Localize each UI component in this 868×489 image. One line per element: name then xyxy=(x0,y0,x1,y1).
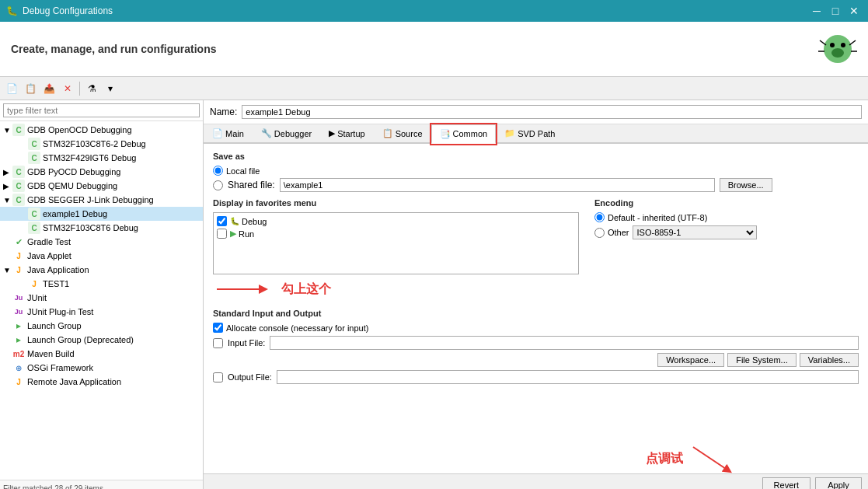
revert-button[interactable]: Revert xyxy=(762,477,810,489)
svd-icon: 📁 xyxy=(504,128,515,138)
duplicate-button[interactable]: 📋 xyxy=(22,80,39,97)
tree-label: TEST1 xyxy=(43,279,69,288)
gdb-pyocd-icon: C xyxy=(12,166,25,178)
tree-item-osgi[interactable]: ⊕ OSGi Framework xyxy=(0,361,203,375)
tree-item-launch-group-dep[interactable]: ▸ Launch Group (Deprecated) xyxy=(0,333,203,347)
encoding-other-label: Other xyxy=(608,228,629,237)
tree-item-java-applet[interactable]: J Java Applet xyxy=(0,249,203,263)
tree-toggle[interactable]: ▶ xyxy=(3,182,12,190)
filesystem-button[interactable]: File System... xyxy=(727,353,797,367)
filter-status: Filter matched 28 of 29 items xyxy=(3,484,103,489)
close-button[interactable]: ✕ xyxy=(846,3,862,19)
fav-run-checkbox[interactable] xyxy=(217,229,227,239)
tree-item-remote-java[interactable]: J Remote Java Application xyxy=(0,375,203,389)
tree-item-gdb-openocd[interactable]: ▼ C GDB OpenOCD Debugging xyxy=(0,123,203,137)
tree-toggle[interactable]: ▼ xyxy=(3,196,12,204)
save-as-label: Save as xyxy=(213,152,859,161)
tree-label: GDB SEGGER J-Link Debugging xyxy=(27,195,154,204)
dropdown-button[interactable]: ▾ xyxy=(102,80,119,97)
shared-file-input[interactable] xyxy=(280,178,715,192)
output-file-input[interactable] xyxy=(277,370,859,384)
allocate-console-checkbox[interactable] xyxy=(213,323,223,333)
tab-debugger[interactable]: 🔧 Debugger xyxy=(253,124,320,142)
favorites-box: 🐛 Debug ▶ Run xyxy=(213,212,579,274)
fav-debug-checkbox[interactable] xyxy=(217,216,227,226)
tree-item-stm32-jlink[interactable]: C STM32F103C8T6 Debug xyxy=(0,221,203,235)
tree-item-gdb-segger[interactable]: ▼ C GDB SEGGER J-Link Debugging xyxy=(0,193,203,207)
tree-item-launch-group[interactable]: ▸ Launch Group xyxy=(0,319,203,333)
shared-file-radio[interactable] xyxy=(213,180,223,190)
annotation-check-text: 勾上这个 xyxy=(281,281,331,298)
tree-item-java-app[interactable]: ▼ J Java Application xyxy=(0,263,203,277)
encoding-select[interactable]: ISO-8859-1 UTF-8 US-ASCII xyxy=(633,225,757,239)
filter-button[interactable]: ⚗ xyxy=(83,80,100,97)
tree-item-stm32f103-2[interactable]: C STM32F103C8T6-2 Debug xyxy=(0,137,203,151)
name-input[interactable] xyxy=(242,105,862,119)
svg-line-9 xyxy=(693,447,728,470)
tree-item-gdb-qemu[interactable]: ▶ C GDB QEMU Debugging xyxy=(0,179,203,193)
tab-main[interactable]: 📄 Main xyxy=(204,124,253,142)
tab-bar: 📄 Main 🔧 Debugger ▶ Startup 📋 Source 📑 C… xyxy=(204,124,868,144)
svg-point-3 xyxy=(831,48,844,58)
osgi-icon: ⊕ xyxy=(12,362,25,374)
tree-label: Remote Java Application xyxy=(27,377,121,386)
apply-button[interactable]: Apply xyxy=(815,477,862,489)
tab-svd-path[interactable]: 📁 SVD Path xyxy=(496,124,563,142)
filter-input[interactable] xyxy=(3,103,200,117)
export-button[interactable]: 📤 xyxy=(40,80,58,97)
encoding-default-radio[interactable] xyxy=(594,212,605,222)
fav-run-item: ▶ Run xyxy=(217,229,575,239)
main-icon: 📄 xyxy=(212,128,223,138)
tree-label: Launch Group xyxy=(27,321,82,330)
variables-button[interactable]: Variables... xyxy=(800,353,859,367)
workspace-button[interactable]: Workspace... xyxy=(657,353,724,367)
io-button-row: Workspace... File System... Variables... xyxy=(213,353,859,367)
tree-item-stm32f429[interactable]: C STM32F429IGT6 Debug xyxy=(0,151,203,165)
tree-toggle[interactable]: ▼ xyxy=(3,266,12,274)
maximize-button[interactable]: □ xyxy=(828,3,843,19)
right-panel: Name: 📄 Main 🔧 Debugger ▶ Startup 📋 Sour… xyxy=(204,100,868,489)
page-title: Create, manage, and run configurations xyxy=(11,43,217,55)
tree-toggle[interactable]: ▶ xyxy=(3,168,12,176)
input-file-input[interactable] xyxy=(270,336,859,350)
input-file-checkbox[interactable] xyxy=(213,338,223,348)
window-title: Debug Configurations xyxy=(23,5,113,16)
tree-item-junit-plugin[interactable]: Ju JUnit Plug-in Test xyxy=(0,305,203,319)
test1-icon: J xyxy=(28,278,40,290)
tree-label: GDB QEMU Debugging xyxy=(27,181,117,190)
tree-item-gdb-pyocd[interactable]: ▶ C GDB PyOCD Debugging xyxy=(0,165,203,179)
new-config-button[interactable]: 📄 xyxy=(3,80,20,97)
input-file-label: Input File: xyxy=(228,338,265,348)
debug-fav-text: Debug xyxy=(242,217,267,226)
tab-startup[interactable]: ▶ Startup xyxy=(320,124,373,142)
output-file-checkbox[interactable] xyxy=(213,372,223,382)
tab-source[interactable]: 📋 Source xyxy=(374,124,431,142)
favorites-label: Display in favorites menu xyxy=(213,198,579,208)
tree-label: Gradle Test xyxy=(27,237,71,246)
tree-item-gradle[interactable]: ✔ Gradle Test xyxy=(0,235,203,249)
debugger-icon: 🔧 xyxy=(261,128,272,138)
tree-item-junit[interactable]: Ju JUnit xyxy=(0,291,203,305)
annotation-debug: 点调试 xyxy=(646,443,736,474)
local-file-radio[interactable] xyxy=(213,166,223,176)
fav-debug-label: 🐛 Debug xyxy=(230,217,267,226)
tree-toggle[interactable]: ▼ xyxy=(3,126,12,134)
right-bottom-bar: 点调试 Revert Apply xyxy=(204,473,868,489)
tab-common[interactable]: 📑 Common xyxy=(431,124,497,144)
java-app-icon: J xyxy=(12,264,25,276)
encoding-label: Encoding xyxy=(594,198,859,208)
tree-item-example1[interactable]: C example1 Debug xyxy=(0,207,203,221)
tree-label: GDB PyOCD Debugging xyxy=(27,167,120,176)
minimize-button[interactable]: ─ xyxy=(809,3,824,19)
filter-box xyxy=(0,100,203,121)
encoding-other-row: Other ISO-8859-1 UTF-8 US-ASCII xyxy=(594,225,859,239)
tab-main-label: Main xyxy=(225,129,244,138)
tree-item-test1[interactable]: J TEST1 xyxy=(0,277,203,291)
gdb-qemu-icon: C xyxy=(12,180,25,192)
stm32-icon: C xyxy=(28,138,40,150)
launch-group-icon: ▸ xyxy=(12,320,25,332)
delete-button[interactable]: ✕ xyxy=(59,80,76,97)
browse-button[interactable]: Browse... xyxy=(720,178,772,192)
encoding-other-radio[interactable] xyxy=(594,228,605,238)
tree-item-maven[interactable]: m2 Maven Build xyxy=(0,347,203,361)
